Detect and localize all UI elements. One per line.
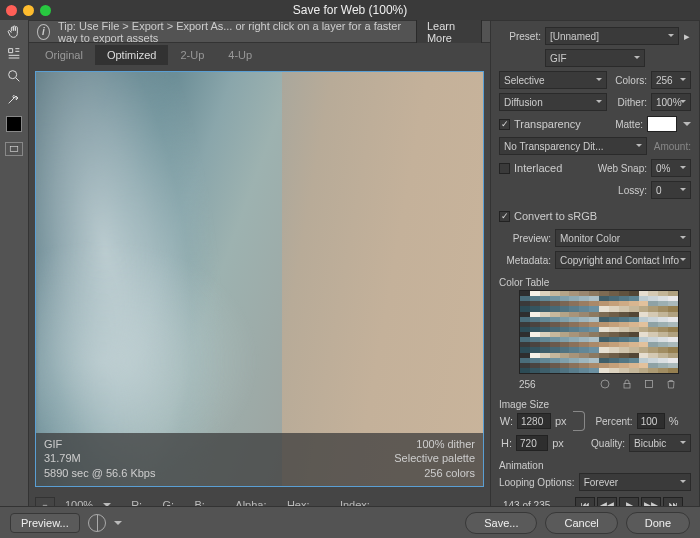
lossy-label: Lossy:: [611, 185, 647, 196]
zoom-tool-icon[interactable]: [6, 68, 22, 84]
websnap-label: Web Snap:: [595, 163, 647, 174]
save-button[interactable]: Save...: [465, 512, 537, 534]
svg-point-0: [9, 71, 17, 79]
tool-column: [0, 20, 28, 518]
matte-menu-icon[interactable]: [683, 122, 691, 130]
meta-size: 31.79M: [44, 451, 155, 465]
done-button[interactable]: Done: [626, 512, 690, 534]
px-label-2: px: [552, 437, 564, 449]
quality-select[interactable]: Bicubic: [629, 434, 691, 452]
matte-swatch[interactable]: [647, 116, 677, 132]
new-color-icon[interactable]: [641, 377, 657, 391]
colors-label: Colors:: [611, 75, 647, 86]
zoom-window[interactable]: [40, 5, 51, 16]
srgb-checkbox[interactable]: [499, 211, 510, 222]
eyedropper-tool-icon[interactable]: [6, 90, 22, 106]
transparency-checkbox[interactable]: [499, 119, 510, 130]
svg-point-2: [601, 380, 609, 388]
h-label: H:: [499, 437, 512, 449]
meta-format: GIF: [44, 437, 155, 451]
view-tabs: Original Optimized 2-Up 4-Up: [29, 43, 490, 65]
interlaced-label: Interlaced: [514, 162, 591, 174]
delete-color-icon[interactable]: [663, 377, 679, 391]
preview-label: Preview:: [499, 233, 551, 244]
loop-label: Looping Options:: [499, 477, 575, 488]
metadata-label: Metadata:: [499, 255, 551, 266]
preset-flyout-icon[interactable]: ▸: [683, 30, 691, 43]
percent-label: Percent:: [591, 416, 633, 427]
width-input[interactable]: 1280: [517, 413, 551, 429]
tip-text: Tip: Use File > Export > Export As... or…: [58, 20, 408, 44]
color-table-label: Color Table: [499, 277, 691, 288]
tab-4up[interactable]: 4-Up: [216, 45, 264, 65]
minimize-window[interactable]: [23, 5, 34, 16]
srgb-label: Convert to sRGB: [514, 210, 597, 222]
tip-bar: i Tip: Use File > Export > Export As... …: [29, 21, 490, 43]
image-preview[interactable]: GIF 31.79M 5890 sec @ 56.6 Kbps 100% dit…: [35, 71, 484, 487]
metadata-select[interactable]: Copyright and Contact Info: [555, 251, 691, 269]
animation-label: Animation: [499, 460, 691, 471]
tab-optimized[interactable]: Optimized: [95, 45, 169, 65]
transparency-label: Transparency: [514, 118, 607, 130]
browser-preview-icon[interactable]: [88, 514, 106, 532]
quality-label: Quality:: [583, 438, 625, 449]
window-title: Save for Web (100%): [293, 3, 408, 17]
toggle-slices-icon[interactable]: [5, 142, 23, 156]
height-input[interactable]: 720: [516, 435, 548, 451]
svg-rect-1: [10, 147, 18, 152]
percent-input[interactable]: 100: [637, 413, 665, 429]
titlebar: Save for Web (100%): [0, 0, 700, 20]
browser-menu-icon[interactable]: [114, 521, 122, 529]
preview-button[interactable]: Preview...: [10, 513, 80, 533]
close-window[interactable]: [6, 5, 17, 16]
image-size-label: Image Size: [499, 399, 691, 410]
loop-select[interactable]: Forever: [579, 473, 691, 491]
amount-label: Amount:: [651, 141, 691, 152]
lock-color-icon[interactable]: [619, 377, 635, 391]
meta-dither: 100% dither: [394, 437, 475, 451]
snap-web-icon[interactable]: [597, 377, 613, 391]
reduction-select[interactable]: Selective: [499, 71, 607, 89]
link-dimensions-icon[interactable]: [573, 411, 585, 431]
dither-select[interactable]: 100%: [651, 93, 691, 111]
meta-palette: Selective palette: [394, 451, 475, 465]
preset-label: Preset:: [499, 31, 541, 42]
tab-original[interactable]: Original: [33, 45, 95, 65]
color-count: 256: [519, 379, 536, 390]
color-table[interactable]: [519, 290, 679, 374]
svg-rect-4: [646, 381, 653, 388]
dither-method-select[interactable]: Diffusion: [499, 93, 607, 111]
hand-tool-icon[interactable]: [6, 24, 22, 40]
interlaced-checkbox[interactable]: [499, 163, 510, 174]
format-select[interactable]: GIF: [545, 49, 645, 67]
settings-panel: Preset: [Unnamed] ▸ GIF Selective Colors…: [490, 20, 700, 518]
tab-2up[interactable]: 2-Up: [168, 45, 216, 65]
svg-rect-3: [624, 384, 630, 389]
lossy-select[interactable]: 0: [651, 181, 691, 199]
slice-tool-icon[interactable]: [6, 46, 22, 62]
websnap-select[interactable]: 0%: [651, 159, 691, 177]
preset-select[interactable]: [Unnamed]: [545, 27, 679, 45]
meta-time: 5890 sec @ 56.6 Kbps: [44, 466, 155, 480]
cancel-button[interactable]: Cancel: [545, 512, 617, 534]
info-icon: i: [37, 24, 50, 40]
matte-label: Matte:: [611, 119, 643, 130]
meta-colors: 256 colors: [394, 466, 475, 480]
pct-label: %: [669, 415, 679, 427]
dither-label: Dither:: [611, 97, 647, 108]
colors-select[interactable]: 256: [651, 71, 691, 89]
foreground-swatch[interactable]: [6, 116, 22, 132]
trans-dither-select[interactable]: No Transparency Dit...: [499, 137, 647, 155]
w-label: W:: [499, 415, 513, 427]
preview-select[interactable]: Monitor Color: [555, 229, 691, 247]
preview-meta: GIF 31.79M 5890 sec @ 56.6 Kbps 100% dit…: [36, 433, 483, 486]
footer: Preview... Save... Cancel Done: [0, 506, 700, 538]
px-label-1: px: [555, 415, 567, 427]
